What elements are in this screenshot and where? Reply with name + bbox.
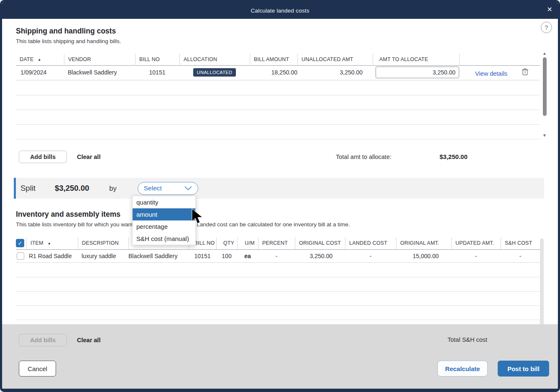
scrollbar-thumb[interactable] xyxy=(540,238,544,331)
total-sh-cost-label: Total S&H cost xyxy=(447,336,487,343)
split-method-dropdown: quantity amount percentage S&H cost (man… xyxy=(132,196,196,245)
col-unallocated-amt[interactable]: UNALLOCATED AMT xyxy=(297,54,373,66)
col-original-amt[interactable]: ORIGINAL AMT. xyxy=(396,237,451,249)
item-updated-amt: - xyxy=(451,253,501,259)
shipping-table-header: DATE▲ VENDOR BILL NO ALLOCATION BILL AMO… xyxy=(16,54,540,66)
item-qty: 100 xyxy=(216,253,237,259)
split-accent-stripe xyxy=(14,178,16,199)
shipping-section-heading: Shipping and handling costs xyxy=(16,27,116,36)
col-bill-no[interactable]: BILL NO xyxy=(135,54,179,66)
inventory-table-scrollbar[interactable] xyxy=(539,238,544,333)
item-um: ea xyxy=(237,253,258,259)
col-amt-to-allocate[interactable]: AMT TO ALLOCATE xyxy=(373,54,459,66)
empty-row-line xyxy=(16,124,540,125)
clear-all-link[interactable]: Clear all xyxy=(77,154,100,160)
total-amt-value: $3,250.00 xyxy=(440,153,468,160)
recalculate-button[interactable]: Recalculate xyxy=(437,361,488,377)
bill-date: 1/09/2024 xyxy=(16,69,64,76)
bill-vendor: Blackwell Saddlery xyxy=(64,69,135,76)
sort-asc-icon: ▲ xyxy=(38,58,41,61)
item-bill-no: 10151 xyxy=(189,253,216,259)
col-date[interactable]: DATE▲ xyxy=(16,54,64,66)
sort-asc-icon: ▲ xyxy=(48,241,51,245)
shipping-table-scrollbar[interactable]: ▲ ▼ xyxy=(542,51,547,141)
col-item[interactable]: ITEM▲ xyxy=(26,237,78,249)
empty-row-line xyxy=(16,139,540,139)
bill-amount-value: 18,250.00 xyxy=(250,69,297,76)
scrollbar-thumb[interactable] xyxy=(543,57,547,116)
chevron-down-icon xyxy=(184,186,192,190)
allocation-status-badge: UNALLOCATED xyxy=(193,68,236,77)
col-sh-cost[interactable]: S&H COST xyxy=(501,237,540,249)
col-vendor[interactable]: VENDOR xyxy=(64,54,135,66)
inventory-table-row: R1 Road Saddle luxury saddle Blackwell S… xyxy=(16,250,540,263)
option-quantity[interactable]: quantity xyxy=(133,196,195,208)
item-percent: - xyxy=(258,253,295,259)
calculate-landed-costs-modal: Calculate landed costs ✕ ? Shipping and … xyxy=(0,0,560,392)
split-by-label: by xyxy=(109,184,116,192)
modal-title: Calculate landed costs xyxy=(251,8,309,14)
item-original-cost: 3,250.00 xyxy=(295,253,345,259)
shipping-section-subtitle: This table lists shipping and handling b… xyxy=(16,38,121,44)
split-amount: $3,250.00 xyxy=(55,184,89,193)
cancel-button[interactable]: Cancel xyxy=(19,361,56,377)
split-method-select[interactable]: Select xyxy=(138,182,198,195)
add-bills-button-2[interactable]: Add bills xyxy=(19,334,67,346)
shipping-table-row: 1/09/2024 Blackwell Saddlery 10151 UNALL… xyxy=(16,65,540,80)
empty-row-line xyxy=(16,110,540,110)
item-name: R1 Road Saddle xyxy=(26,253,78,259)
total-amt-label: Total amt to allocate: xyxy=(336,154,391,160)
modal-titlebar: Calculate landed costs ✕ xyxy=(0,2,560,19)
row-checkbox[interactable] xyxy=(17,252,24,260)
unallocated-amt-value: 3,250.00 xyxy=(297,69,373,76)
col-qty[interactable]: QTY xyxy=(216,237,237,249)
empty-row-line xyxy=(16,291,540,292)
post-to-bill-button[interactable]: Post to bill xyxy=(498,361,549,377)
footer-area xyxy=(0,324,560,392)
empty-row-line xyxy=(16,277,540,277)
trash-icon[interactable] xyxy=(522,68,529,76)
view-details-link[interactable]: View details xyxy=(475,70,507,77)
select-all-checkbox[interactable]: ✓ xyxy=(16,239,24,247)
empty-row-line xyxy=(16,95,540,95)
option-percentage[interactable]: percentage xyxy=(133,220,195,233)
option-amount[interactable]: amount xyxy=(133,208,195,220)
add-bills-button[interactable]: Add bills xyxy=(19,151,67,163)
bill-number: 10151 xyxy=(135,69,179,76)
col-description[interactable]: DESCRIPTION xyxy=(78,237,128,249)
mouse-cursor xyxy=(190,208,205,226)
split-bar: Split $3,250.00 by Select xyxy=(14,178,544,199)
col-original-cost[interactable]: ORIGINAL COST xyxy=(295,237,345,249)
select-placeholder: Select xyxy=(144,184,162,192)
col-landed-cost[interactable]: LANDED COST xyxy=(345,237,396,249)
item-original-amt: 15,000.00 xyxy=(396,253,451,259)
item-description: luxury saddle xyxy=(78,253,128,259)
col-actions xyxy=(459,54,540,66)
empty-row-line xyxy=(16,320,540,320)
scroll-down-icon[interactable]: ▼ xyxy=(542,133,547,138)
scroll-up-icon[interactable]: ▲ xyxy=(542,51,547,56)
split-label: Split xyxy=(20,184,36,193)
close-icon[interactable]: ✕ xyxy=(547,6,552,13)
empty-row-line xyxy=(16,305,540,306)
clear-all-link-2[interactable]: Clear all xyxy=(77,337,100,343)
item-vendor: Blackwell Saddlery xyxy=(128,253,189,259)
col-um[interactable]: U/M xyxy=(237,237,258,249)
inventory-section-subtitle: This table lists inventory bill for whic… xyxy=(16,221,518,228)
help-icon[interactable]: ? xyxy=(541,22,552,33)
col-updated-amt[interactable]: UPDATED AMT. xyxy=(451,237,501,249)
col-percent[interactable]: PERCENT xyxy=(258,237,295,249)
col-bill-amount[interactable]: BILL AMOUNT xyxy=(250,54,297,66)
inventory-table-header: ✓ ITEM▲ DESCRIPTION VENDOR BILL NO QTY U… xyxy=(16,237,540,250)
option-sh-cost-manual[interactable]: S&H cost (manual) xyxy=(133,233,195,245)
item-sh-cost: - xyxy=(501,253,540,259)
inventory-section-heading: Inventory and assembly items xyxy=(16,210,120,219)
amt-to-allocate-input[interactable] xyxy=(376,67,459,78)
col-allocation[interactable]: ALLOCATION xyxy=(179,54,250,66)
item-landed-cost: - xyxy=(345,253,396,259)
